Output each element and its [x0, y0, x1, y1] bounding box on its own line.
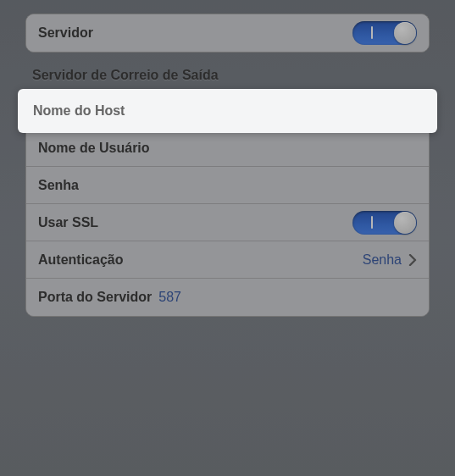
auth-value: Senha [363, 252, 402, 268]
server-group: Servidor [25, 14, 430, 53]
ssl-toggle[interactable] [352, 211, 417, 235]
server-row[interactable]: Servidor [26, 14, 429, 52]
password-label: Senha [38, 178, 79, 193]
auth-label: Autenticação [38, 252, 123, 268]
ssl-label: Usar SSL [38, 215, 98, 230]
port-row[interactable]: Porta do Servidor 587 [26, 279, 429, 316]
server-label: Servidor [38, 25, 93, 41]
host-row-highlight[interactable]: Nome do Host [18, 89, 437, 133]
port-value: 587 [158, 290, 181, 305]
password-row[interactable]: Senha [26, 167, 429, 204]
ssl-row[interactable]: Usar SSL [26, 204, 429, 241]
auth-row[interactable]: Autenticação Senha [26, 241, 429, 279]
chevron-right-icon [408, 254, 417, 266]
username-row[interactable]: Nome de Usuário [26, 130, 429, 167]
username-label: Nome de Usuário [38, 141, 150, 156]
outgoing-header: Servidor de Correio de Saída [25, 63, 430, 91]
host-label-highlight: Nome do Host [33, 103, 125, 119]
server-toggle[interactable] [352, 21, 417, 45]
port-label: Porta do Servidor [38, 290, 152, 305]
